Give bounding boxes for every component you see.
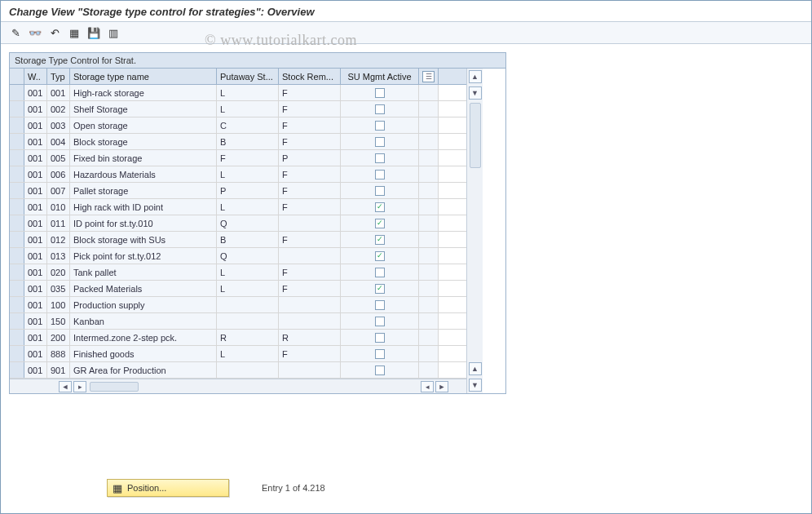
cell-warehouse[interactable]: 001 [24, 362, 47, 378]
cell-type[interactable]: 001 [47, 85, 70, 100]
cell-su-mgmt[interactable] [341, 362, 419, 378]
table-row[interactable]: 001035Packed MaterialsLF✓ [10, 281, 466, 297]
cell-su-mgmt[interactable]: ✓ [341, 248, 419, 264]
cell-putaway[interactable] [217, 297, 279, 312]
cell-storage-type-name[interactable]: Intermed.zone 2-step pck. [70, 330, 217, 345]
cell-warehouse[interactable]: 001 [24, 134, 47, 149]
table-row[interactable]: 001006Hazardous MaterialsLF [10, 166, 466, 183]
cell-putaway[interactable] [217, 313, 279, 329]
row-selector[interactable] [10, 346, 24, 361]
cell-warehouse[interactable]: 001 [24, 281, 47, 296]
su-checkbox[interactable] [375, 104, 385, 114]
vscroll-up-step-button[interactable]: ▲ [469, 362, 482, 375]
cell-type[interactable]: 012 [47, 232, 70, 247]
row-selector[interactable] [10, 362, 24, 378]
cell-stock-removal[interactable]: F [279, 134, 341, 149]
col-config[interactable]: ☰ [419, 69, 439, 84]
cell-warehouse[interactable]: 001 [24, 330, 47, 345]
table-row[interactable]: 001007Pallet storagePF [10, 183, 466, 199]
cell-putaway[interactable]: L [217, 264, 279, 280]
hscroll-thumb[interactable] [90, 382, 139, 392]
cell-type[interactable]: 020 [47, 264, 70, 280]
cell-type[interactable]: 002 [47, 101, 70, 117]
select-all-icon[interactable]: ▦ [66, 24, 82, 41]
cell-type[interactable]: 888 [47, 346, 70, 361]
su-checkbox[interactable] [375, 333, 385, 343]
cell-stock-removal[interactable]: F [279, 183, 341, 198]
cell-type[interactable]: 004 [47, 134, 70, 149]
cell-warehouse[interactable]: 001 [24, 264, 47, 280]
cell-storage-type-name[interactable]: Block storage [70, 134, 217, 149]
col-su-mgmt[interactable]: SU Mgmt Active [341, 69, 419, 84]
cell-storage-type-name[interactable]: Pallet storage [70, 183, 217, 198]
row-selector[interactable] [10, 281, 24, 296]
cell-stock-removal[interactable]: F [279, 166, 341, 182]
cell-warehouse[interactable]: 001 [24, 199, 47, 215]
table-row[interactable]: 001002Shelf StorageLF [10, 101, 466, 117]
table-row[interactable]: 001001High-rack storageLF [10, 85, 466, 101]
glasses-icon[interactable]: 👓 [27, 24, 43, 41]
su-checkbox[interactable] [375, 88, 385, 98]
row-selector[interactable] [10, 297, 24, 312]
cell-putaway[interactable]: B [217, 134, 279, 149]
vscroll-up-button[interactable]: ▲ [469, 70, 482, 83]
cell-type[interactable]: 013 [47, 248, 70, 264]
cell-su-mgmt[interactable]: ✓ [341, 215, 419, 231]
cell-su-mgmt[interactable] [341, 346, 419, 361]
cell-putaway[interactable]: L [217, 166, 279, 182]
cell-type[interactable]: 006 [47, 166, 70, 182]
cell-storage-type-name[interactable]: High rack with ID point [70, 199, 217, 215]
table-row[interactable]: 001012Block storage with SUsBF✓ [10, 232, 466, 248]
cell-su-mgmt[interactable] [341, 101, 419, 117]
cell-putaway[interactable]: P [217, 183, 279, 198]
cell-putaway[interactable]: L [217, 346, 279, 361]
cell-stock-removal[interactable]: F [279, 117, 341, 133]
cell-stock-removal[interactable]: F [279, 264, 341, 280]
cell-type[interactable]: 035 [47, 281, 70, 296]
cell-warehouse[interactable]: 001 [24, 85, 47, 100]
su-checkbox[interactable] [375, 268, 385, 277]
su-checkbox[interactable]: ✓ [375, 219, 385, 228]
cell-su-mgmt[interactable]: ✓ [341, 232, 419, 247]
undo-icon[interactable]: ↶ [46, 24, 63, 41]
su-checkbox[interactable] [375, 137, 385, 147]
col-putaway[interactable]: Putaway St... [217, 69, 279, 84]
su-checkbox[interactable] [375, 349, 385, 359]
cell-su-mgmt[interactable] [341, 264, 419, 280]
table-row[interactable]: 001004Block storageBF [10, 134, 466, 150]
cell-type[interactable]: 100 [47, 297, 70, 312]
su-checkbox[interactable]: ✓ [375, 202, 385, 212]
col-stock-removal[interactable]: Stock Rem... [279, 69, 341, 84]
cell-warehouse[interactable]: 001 [24, 166, 47, 182]
cell-putaway[interactable]: Q [217, 248, 279, 264]
cell-stock-removal[interactable]: F [279, 232, 341, 247]
horizontal-scrollbar[interactable]: ◄ ▸ ◂ ► [10, 379, 466, 393]
table-row[interactable]: 001150Kanban [10, 313, 466, 330]
cell-storage-type-name[interactable]: Finished goods [70, 346, 217, 361]
cell-stock-removal[interactable]: F [279, 85, 341, 100]
su-checkbox[interactable]: ✓ [375, 235, 385, 245]
cell-stock-removal[interactable] [279, 313, 341, 329]
cell-storage-type-name[interactable]: Open storage [70, 117, 217, 133]
cell-su-mgmt[interactable] [341, 183, 419, 198]
row-selector[interactable] [10, 330, 24, 345]
vscroll-thumb[interactable] [470, 103, 481, 168]
cell-putaway[interactable] [217, 362, 279, 378]
table-row[interactable]: 001005Fixed bin storageFP [10, 150, 466, 166]
cell-su-mgmt[interactable] [341, 134, 419, 149]
cell-stock-removal[interactable]: F [279, 281, 341, 296]
row-selector[interactable] [10, 232, 24, 247]
cell-su-mgmt[interactable] [341, 330, 419, 345]
cell-storage-type-name[interactable]: Tank pallet [70, 264, 217, 280]
cell-stock-removal[interactable] [279, 297, 341, 312]
cell-putaway[interactable]: L [217, 281, 279, 296]
table-row[interactable]: 001011ID point for st.ty.010Q✓ [10, 215, 466, 232]
cell-putaway[interactable]: B [217, 232, 279, 247]
cell-warehouse[interactable]: 001 [24, 183, 47, 198]
cell-stock-removal[interactable] [279, 215, 341, 231]
row-selector[interactable] [10, 313, 24, 329]
deselect-icon[interactable]: ▥ [105, 24, 121, 41]
cell-su-mgmt[interactable]: ✓ [341, 281, 419, 296]
cell-su-mgmt[interactable] [341, 85, 419, 100]
table-settings-icon[interactable]: ☰ [422, 71, 435, 82]
